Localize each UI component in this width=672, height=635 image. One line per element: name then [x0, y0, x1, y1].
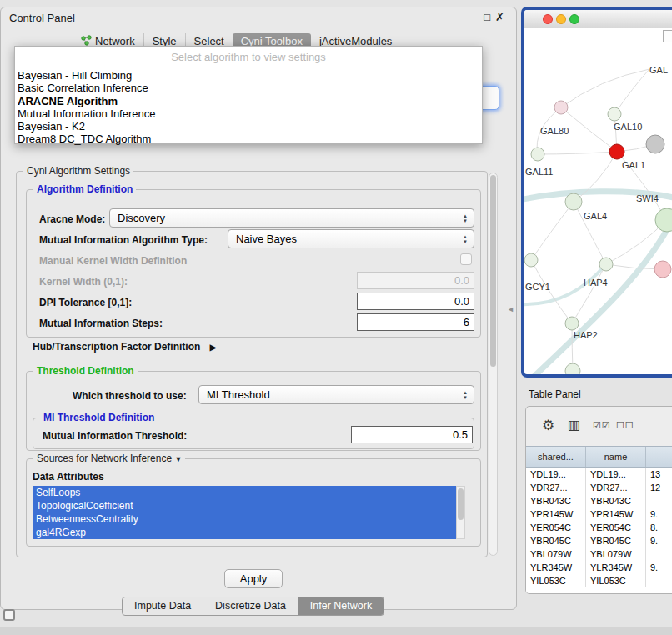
table-cell[interactable]: 8. [646, 521, 672, 534]
minimized-panel-icon[interactable] [3, 609, 15, 621]
bottom-tab-infer-network[interactable]: Infer Network [298, 598, 384, 615]
table-row[interactable]: YDR27...YDR27...12 [526, 481, 672, 494]
table-cell[interactable]: YER054C [526, 521, 586, 534]
table-cell[interactable]: YDR27... [586, 481, 646, 494]
table-row[interactable]: YBR045CYBR045C9. [526, 534, 672, 548]
table-cell[interactable]: 9. [646, 534, 672, 548]
mi-algorithm-type-select[interactable]: Naive Bayes ▲▼ [228, 229, 474, 248]
table-column-header[interactable]: shared... [526, 447, 586, 467]
network-node[interactable] [609, 144, 624, 159]
table-cell[interactable]: YPR145W [586, 508, 646, 521]
select-all-checkboxes-icon[interactable]: ☑☑ [593, 420, 611, 431]
table-row[interactable]: YPR145WYPR145W9. [526, 508, 672, 521]
kernel-width-input[interactable] [357, 272, 474, 289]
table-cell[interactable]: YLR345W [586, 561, 646, 574]
table-cell[interactable]: YBR045C [526, 534, 586, 548]
algorithm-option[interactable]: ARACNE Algorithm [15, 95, 482, 108]
status-bar [0, 627, 672, 635]
zoom-traffic-light-icon[interactable] [569, 14, 579, 24]
table-cell[interactable]: YDL19... [526, 468, 586, 481]
table-panel-window: ⚙ ▥ ☑☑ ☐☐ shared...name YDL19...YDL19...… [525, 406, 672, 594]
scrollbar-thumb[interactable] [458, 488, 464, 520]
table-column-header[interactable] [646, 447, 672, 467]
table-cell[interactable]: YDR27... [526, 481, 586, 494]
network-node[interactable] [565, 363, 580, 378]
table-cell[interactable]: 9. [646, 561, 672, 574]
table-cell[interactable]: 9. [646, 508, 672, 521]
dpi-tolerance-input[interactable] [357, 292, 474, 310]
close-window-icon[interactable]: ✗ [495, 11, 509, 23]
table-cell[interactable]: YBR043C [586, 494, 646, 508]
attribute-list-item[interactable]: SelfLoops [33, 486, 456, 499]
table-cell[interactable] [646, 494, 672, 508]
network-node-label: GAL [649, 65, 668, 75]
which-threshold-select[interactable]: MI Threshold ▲▼ [198, 385, 474, 404]
network-node[interactable] [654, 261, 671, 278]
deselect-all-checkboxes-icon[interactable]: ☐☐ [616, 420, 634, 431]
network-node[interactable] [646, 135, 664, 153]
table-cell[interactable]: 12 [646, 481, 672, 494]
table-row[interactable]: YBL079WYBL079W [526, 548, 672, 561]
algorithm-option[interactable]: Dream8 DC_TDC Algorithm [15, 132, 482, 145]
table-row[interactable]: YBR043CYBR043C [526, 494, 672, 508]
network-edge[interactable] [531, 260, 572, 323]
network-edge[interactable] [531, 202, 574, 260]
panel-collapse-icon[interactable]: ◄ [507, 305, 514, 313]
table-toolbar: ⚙ ▥ ☑☑ ☐☐ [526, 407, 672, 446]
table-column-header[interactable]: name [586, 447, 646, 467]
table-cell[interactable]: YER054C [586, 521, 646, 534]
table-cell[interactable]: YLR345W [526, 561, 586, 574]
network-node[interactable] [608, 108, 621, 121]
gear-icon[interactable]: ⚙ [542, 417, 554, 434]
network-edge[interactable] [538, 152, 617, 154]
table-cell[interactable]: YBL079W [586, 548, 646, 561]
table-row[interactable]: YER054CYER054C8. [526, 521, 672, 534]
network-edge[interactable] [561, 69, 649, 108]
table-cell[interactable] [646, 574, 672, 588]
table-cell[interactable] [646, 548, 672, 561]
table-cell[interactable]: YBR045C [586, 534, 646, 548]
attribute-list-item[interactable]: BetweennessCentrality [33, 512, 456, 526]
attribute-list-item[interactable]: gal4RGexp [33, 526, 456, 539]
mi-steps-input[interactable] [357, 313, 474, 331]
network-node[interactable] [599, 258, 613, 271]
table-row[interactable]: YLR345WYLR345W9. [526, 561, 672, 574]
attribute-list-item[interactable]: TopologicalCoefficient [33, 499, 456, 512]
table-cell[interactable]: 13 [646, 468, 672, 481]
mi-threshold-input[interactable] [351, 426, 473, 443]
hub-transcription-factor-section[interactable]: Hub/Transcription Factor Definition ▶ [33, 341, 216, 352]
algorithm-option[interactable]: Basic Correlation Inference [15, 82, 482, 94]
bottom-tab-impute-data[interactable]: Impute Data [123, 598, 203, 615]
table-cell[interactable]: YPR145W [526, 508, 586, 521]
table-row[interactable]: YDL19...YDL19...13 [526, 468, 672, 481]
algorithm-option[interactable]: Bayesian - Hill Climbing [15, 69, 482, 82]
columns-icon[interactable]: ▥ [568, 417, 580, 432]
algorithm-option[interactable]: Bayesian - K2 [15, 120, 482, 132]
attributes-list-scrollbar[interactable] [456, 486, 465, 539]
table-cell[interactable]: YIL053C [526, 574, 586, 588]
table-row[interactable]: YIL053CYIL053C [526, 574, 672, 588]
manual-kernel-width-checkbox[interactable] [460, 253, 472, 265]
network-node[interactable] [524, 253, 538, 267]
table-cell[interactable]: YDL19... [586, 468, 646, 481]
network-node[interactable] [531, 148, 544, 161]
network-node[interactable] [565, 317, 579, 330]
float-window-icon[interactable]: □ [484, 11, 495, 23]
network-edge[interactable] [614, 69, 649, 114]
close-traffic-light-icon[interactable] [543, 14, 553, 24]
network-node[interactable] [554, 101, 568, 114]
bottom-tab-discretize-data[interactable]: Discretize Data [203, 598, 298, 615]
algorithm-option[interactable]: Mutual Information Inference [15, 108, 482, 120]
table-cell[interactable]: YIL053C [586, 574, 646, 588]
network-canvas[interactable]: GALGAL80GAL10GAL1GAL11SWI4GAL4GCY1HAP4HA… [524, 29, 672, 378]
scrollbar-thumb[interactable] [490, 175, 496, 367]
network-scrollbar-fragment[interactable] [663, 30, 672, 42]
table-cell[interactable]: YBR043C [526, 494, 586, 508]
settings-scrollbar[interactable] [489, 172, 498, 556]
sources-title[interactable]: Sources for Network Inference ▼ [33, 452, 185, 464]
minimize-traffic-light-icon[interactable] [556, 14, 566, 24]
aracne-mode-select[interactable]: Discovery ▲▼ [109, 208, 474, 228]
table-cell[interactable]: YBL079W [526, 548, 586, 561]
apply-button[interactable]: Apply [224, 569, 283, 588]
network-node[interactable] [565, 193, 582, 210]
